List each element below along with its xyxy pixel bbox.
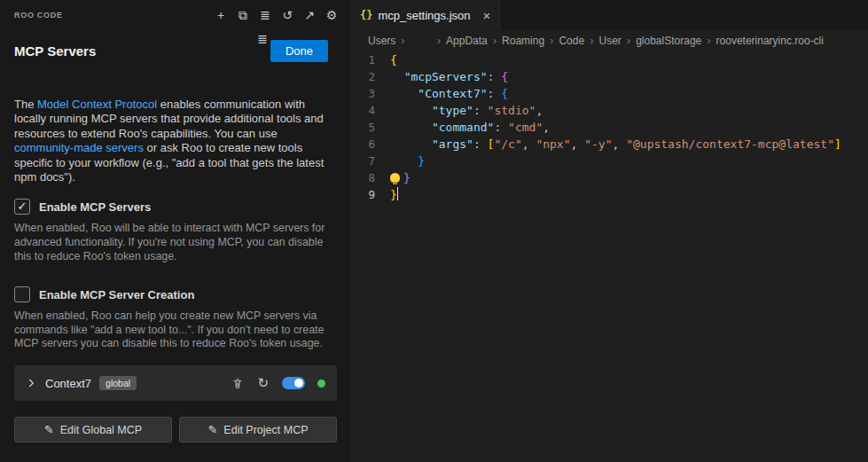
code-line[interactable]: 3 "Context7": { <box>351 85 868 102</box>
line-number: 1 <box>351 51 390 68</box>
checkbox-label: Enable MCP Servers <box>39 200 151 214</box>
code-token: "npx" <box>536 137 570 151</box>
code-token: "/c" <box>494 137 521 151</box>
code-token: "mcpServers" <box>404 70 488 83</box>
breadcrumb-item[interactable]: Users <box>368 35 395 47</box>
button-label: Edit Global MCP <box>60 424 142 436</box>
tab-bar: {} mcp_settings.json × <box>351 0 868 30</box>
breadcrumb-separator: › <box>437 34 441 47</box>
server-status-dot <box>317 380 325 388</box>
code-token <box>390 154 418 168</box>
code-line-content[interactable]: } <box>390 186 868 203</box>
app-window: ROO CODE +⧉≣↺↗⚙ ≣ MCP Servers Done The M… <box>0 0 868 462</box>
code-area[interactable]: 1{2 "mcpServers": {3 "Context7": {4 "typ… <box>351 51 868 203</box>
code-token: ] <box>834 137 841 151</box>
breadcrumb-separator: › <box>627 34 630 47</box>
code-line-content[interactable]: { <box>390 51 868 68</box>
history-icon[interactable]: ↺ <box>280 8 294 22</box>
code-line[interactable]: 2 "mcpServers": { <box>351 68 868 85</box>
done-button[interactable]: Done <box>270 40 328 62</box>
code-token: } <box>403 171 411 184</box>
tab-mcp-settings-json[interactable]: {} mcp_settings.json × <box>351 0 500 30</box>
breadcrumb-item[interactable]: User <box>598 35 621 47</box>
code-token: "type" <box>432 104 473 117</box>
code-line[interactable]: 9} <box>351 186 868 203</box>
breadcrumb-separator: › <box>493 34 497 47</box>
json-file-icon: {} <box>360 9 372 21</box>
breadcrumb-item[interactable]: Roaming <box>502 35 544 47</box>
code-token <box>390 70 404 83</box>
model-context-protocol-link[interactable]: Model Context Protocol <box>37 98 157 111</box>
chevron-right-icon[interactable] <box>25 377 37 389</box>
pencil-icon: ✎ <box>44 423 54 436</box>
breadcrumb-item[interactable]: globalStorage <box>636 35 701 47</box>
code-line[interactable]: 4 "type": "stdio", <box>351 102 868 119</box>
server-enabled-toggle[interactable] <box>282 377 305 389</box>
enable-mcp-servers-checkbox[interactable]: ✓ <box>14 199 30 215</box>
checkbox-label: Enable MCP Server Creation <box>39 288 194 301</box>
edit-project-mcp-button[interactable]: ✎ Edit Project MCP <box>179 417 337 442</box>
code-line-content[interactable]: "Context7": { <box>390 85 868 102</box>
close-tab-icon[interactable]: × <box>483 8 491 23</box>
enable-mcp-servers-description: When enabled, Roo will be able to intera… <box>14 222 337 263</box>
line-number: 8 <box>351 169 390 186</box>
code-token: , <box>613 137 627 151</box>
code-token <box>390 121 432 134</box>
code-line[interactable]: 6 "args": ["/c", "npx", "-y", "@upstash/… <box>351 136 868 153</box>
lightbulb-icon[interactable] <box>390 173 400 183</box>
new-window-icon[interactable]: ⧉ <box>236 8 250 22</box>
code-token: : <box>488 87 502 100</box>
breadcrumb-item[interactable]: Code <box>559 35 584 47</box>
line-number: 6 <box>351 136 390 153</box>
breadcrumb-item[interactable]: rooveterinaryinc.roo-cli <box>716 35 824 47</box>
code-line[interactable]: 1{ <box>351 51 868 68</box>
code-token: { <box>501 87 508 100</box>
breadcrumb-separator: › <box>550 34 553 47</box>
delete-server-icon[interactable] <box>231 377 244 390</box>
add-icon[interactable]: + <box>214 8 228 22</box>
code-token: , <box>536 104 543 117</box>
code-line[interactable]: 7 } <box>351 153 868 169</box>
edit-buttons-row: ✎ Edit Global MCP ✎ Edit Project MCP <box>14 417 337 442</box>
code-token: "@upstash/context7-mcp@latest" <box>626 137 834 151</box>
code-token: } <box>390 188 397 201</box>
settings-gear-icon[interactable]: ⚙ <box>325 8 339 22</box>
code-token: "stdio" <box>488 104 536 117</box>
code-token: : <box>473 137 488 151</box>
open-external-icon[interactable]: ↗ <box>302 8 317 22</box>
button-label: Edit Project MCP <box>223 424 308 436</box>
breadcrumb-separator: › <box>590 34 593 47</box>
editor-pane: {} mcp_settings.json × Users››AppData›Ro… <box>351 0 868 462</box>
code-line-content[interactable]: "mcpServers": { <box>390 68 868 85</box>
breadcrumb-separator: › <box>707 34 710 47</box>
server-name: Context7 <box>45 377 91 390</box>
code-line-content[interactable]: } <box>390 169 868 186</box>
code-line-content[interactable]: } <box>390 153 868 169</box>
server-list-icon[interactable]: ≣ <box>255 32 270 46</box>
code-line-content[interactable]: "command": "cmd", <box>390 119 868 136</box>
server-row-context7[interactable]: Context7 global ↻ <box>14 365 337 401</box>
code-line[interactable]: 8} <box>351 169 868 186</box>
enable-mcp-server-creation-row: Enable MCP Server Creation <box>14 286 337 302</box>
code-token: { <box>501 70 508 83</box>
refresh-server-icon[interactable]: ↻ <box>257 375 269 391</box>
code-line-content[interactable]: "args": ["/c", "npx", "-y", "@upstash/co… <box>390 136 868 153</box>
code-line[interactable]: 5 "command": "cmd", <box>351 119 868 136</box>
code-token: { <box>390 53 397 67</box>
intro-text: The Model Context Protocol enables commu… <box>14 98 337 184</box>
server-list-icon[interactable]: ≣ <box>258 8 272 22</box>
code-token: , <box>543 121 550 134</box>
code-token: "-y" <box>584 137 612 151</box>
code-token: , <box>571 137 585 151</box>
line-number: 5 <box>351 119 390 136</box>
code-token: : <box>473 104 488 117</box>
community-made-servers-link[interactable]: community-made servers <box>14 141 144 154</box>
enable-mcp-server-creation-checkbox[interactable] <box>14 286 30 302</box>
breadcrumb-item[interactable]: AppData <box>446 35 488 47</box>
breadcrumb: Users››AppData›Roaming›Code›User›globalS… <box>351 30 868 51</box>
code-line-content[interactable]: "type": "stdio", <box>390 102 868 119</box>
code-token: } <box>418 154 425 168</box>
code-token <box>390 87 418 100</box>
code-token: : <box>488 70 502 83</box>
edit-global-mcp-button[interactable]: ✎ Edit Global MCP <box>14 417 172 442</box>
